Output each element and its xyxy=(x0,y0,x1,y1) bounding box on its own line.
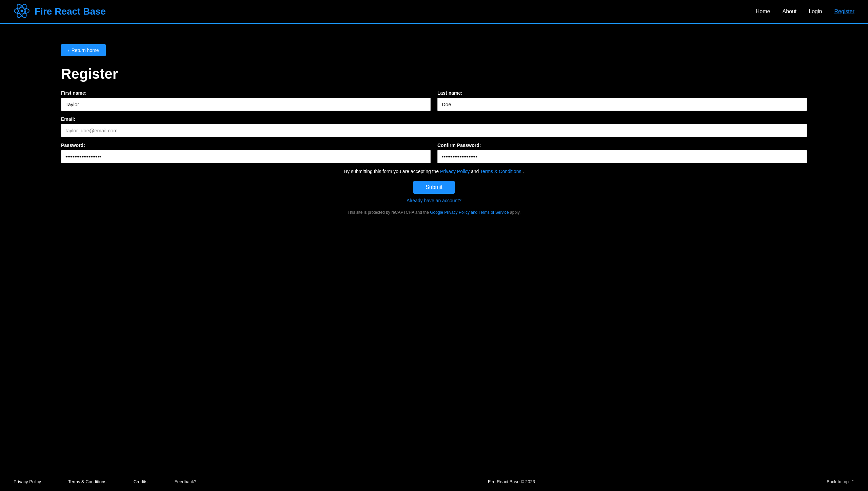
password-input[interactable] xyxy=(61,150,431,163)
back-to-top-label: Back to top xyxy=(827,479,849,484)
consent-period: . xyxy=(522,169,524,174)
consent-text: By submitting this form you are acceptin… xyxy=(61,169,807,174)
terms-link[interactable]: Terms & Conditions xyxy=(480,169,521,174)
footer-links: Privacy Policy Terms & Conditions Credit… xyxy=(14,479,196,484)
recaptcha-after: apply. xyxy=(510,210,520,215)
footer: Privacy Policy Terms & Conditions Credit… xyxy=(0,472,868,491)
footer-feedback[interactable]: Feedback? xyxy=(175,479,196,484)
last-name-group: Last name: xyxy=(437,90,807,111)
back-to-top-link[interactable]: Back to top ⌃ xyxy=(827,479,854,484)
return-home-label: Return home xyxy=(72,48,99,53)
confirm-password-input[interactable] xyxy=(437,150,807,163)
email-group: Email: xyxy=(61,116,807,137)
nav-login[interactable]: Login xyxy=(809,8,822,15)
nav-home[interactable]: Home xyxy=(756,8,770,15)
password-label: Password: xyxy=(61,143,431,148)
recaptcha-notice: This site is protected by reCAPTCHA and … xyxy=(61,210,807,215)
name-row: First name: Last name: xyxy=(61,90,807,111)
recaptcha-before: This site is protected by reCAPTCHA and … xyxy=(348,210,430,215)
chevron-up-icon: ⌃ xyxy=(851,479,854,484)
confirm-password-label: Confirm Password: xyxy=(437,143,807,148)
footer-credits[interactable]: Credits xyxy=(134,479,147,484)
consent-before: By submitting this form you are acceptin… xyxy=(344,169,440,174)
footer-privacy-policy[interactable]: Privacy Policy xyxy=(14,479,41,484)
last-name-input[interactable] xyxy=(437,98,807,111)
brand-link[interactable]: Fire React Base xyxy=(14,3,106,20)
email-input[interactable] xyxy=(61,124,807,137)
password-row: Password: Confirm Password: xyxy=(61,143,807,163)
google-policy-link[interactable]: Google Privacy Policy and Terms of Servi… xyxy=(430,210,509,215)
first-name-group: First name: xyxy=(61,90,431,111)
submit-button[interactable]: Submit xyxy=(413,181,455,194)
return-home-button[interactable]: ‹ Return home xyxy=(61,44,106,56)
navbar: Fire React Base Home About Login Registe… xyxy=(0,0,868,24)
register-form: First name: Last name: Email: Password: … xyxy=(61,90,807,215)
svg-point-3 xyxy=(21,10,23,12)
chevron-left-icon: ‹ xyxy=(68,48,70,53)
footer-copyright: Fire React Base © 2023 xyxy=(488,479,535,484)
last-name-label: Last name: xyxy=(437,90,807,96)
react-atom-icon xyxy=(14,3,30,20)
nav-register[interactable]: Register xyxy=(834,8,854,15)
first-name-input[interactable] xyxy=(61,98,431,111)
already-account-link[interactable]: Already have an account? xyxy=(61,198,807,203)
footer-terms[interactable]: Terms & Conditions xyxy=(68,479,106,484)
confirm-password-group: Confirm Password: xyxy=(437,143,807,163)
navbar-links: Home About Login Register xyxy=(756,8,854,15)
privacy-policy-link[interactable]: Privacy Policy xyxy=(440,169,470,174)
email-label: Email: xyxy=(61,116,807,122)
consent-and: and xyxy=(471,169,480,174)
main-content: ‹ Return home Register First name: Last … xyxy=(0,24,868,472)
page-title: Register xyxy=(61,66,807,82)
nav-about[interactable]: About xyxy=(782,8,796,15)
brand-title: Fire React Base xyxy=(35,6,106,17)
first-name-label: First name: xyxy=(61,90,431,96)
password-group: Password: xyxy=(61,143,431,163)
